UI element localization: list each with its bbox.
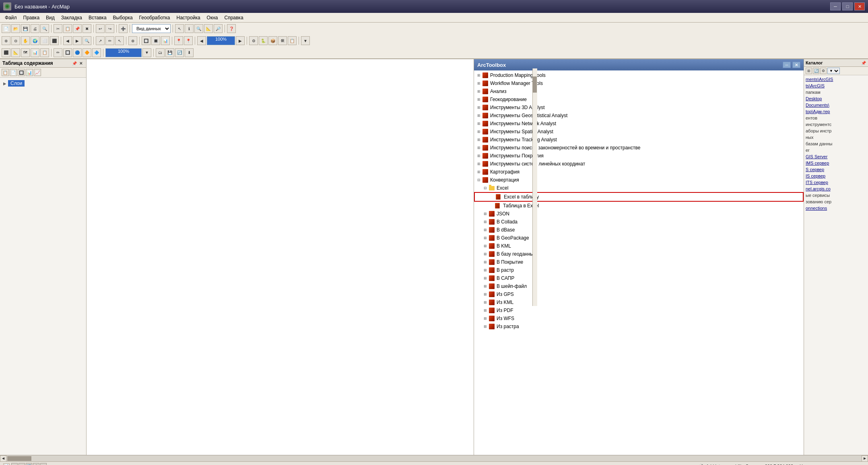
tree-item-analysis[interactable]: ⊞ Анализ — [474, 87, 804, 95]
tree-item-geostat[interactable]: ⊞ Инструменты Geostatistical Analyst — [474, 112, 804, 120]
menu-file[interactable]: Файл — [2, 14, 20, 21]
catalog-item-16[interactable]: ITS сервер — [804, 179, 868, 186]
tree-item-gps[interactable]: ⊞ Из GPS — [474, 290, 804, 298]
zoom-percentage-down[interactable]: ◀ — [197, 36, 206, 45]
paste-button[interactable]: 📌 — [73, 24, 82, 33]
arcmap-help[interactable]: ❓ — [227, 24, 236, 33]
tree-item-linear[interactable]: ⊞ Инструменты систем линейных координат — [474, 160, 804, 168]
catalog-item-20[interactable]: onnections — [804, 205, 868, 211]
extra-btn4[interactable]: ⬇ — [185, 48, 194, 57]
copy-button[interactable]: 📋 — [63, 24, 72, 33]
tree-item-coverage-to[interactable]: ⊞ В Покрытие — [474, 258, 804, 266]
close-button[interactable]: ✕ — [854, 2, 865, 10]
find-button[interactable]: 🔍 — [194, 24, 203, 33]
tree-item-3d[interactable]: ⊞ Инструменты 3D Analyst — [474, 103, 804, 112]
layer-btn1[interactable]: ⬛ — [2, 48, 10, 57]
draw-btn1[interactable]: ✏ — [54, 48, 62, 57]
undo-button[interactable]: ↩ — [96, 24, 105, 33]
menu-windows[interactable]: Окна — [204, 14, 221, 21]
layer-btn3[interactable]: 🗺 — [21, 48, 30, 57]
catalog-item-14[interactable]: S сервер — [804, 166, 868, 173]
xy-tool[interactable]: ⊕ — [128, 36, 137, 45]
catalog-item-12[interactable]: GIS Server — [804, 153, 868, 160]
open-button[interactable]: 📂 — [11, 24, 20, 33]
pan-button[interactable]: ✋ — [21, 36, 30, 45]
arc-toolbox-btn[interactable]: 🛠 — [278, 36, 287, 45]
edit-button[interactable]: ✏ — [105, 36, 114, 45]
geoprocessing-tool[interactable]: ⚙ — [249, 36, 258, 45]
model-builder[interactable]: 📦 — [268, 36, 277, 45]
tree-item-excel-to-table[interactable]: Excel в таблицу — [474, 192, 804, 202]
tree-item-workflow[interactable]: ⊞ Workflow Manager Tools — [474, 79, 804, 87]
tree-item-from-wfs[interactable]: ⊞ Из WFS — [474, 314, 804, 322]
results-btn[interactable]: 📋 — [288, 36, 297, 45]
catalog-item-4[interactable]: Documents\ — [804, 102, 868, 108]
catalog-item-1[interactable]: ts\ArcGIS — [804, 83, 868, 89]
toc-view-btn4[interactable]: 📊 — [26, 69, 33, 76]
nav-prev-btn[interactable]: ◀ — [19, 463, 25, 465]
zoom-in-button[interactable]: ⊕ — [2, 36, 10, 45]
tree-item-kml[interactable]: ⊞ В KML — [474, 242, 804, 250]
catalog-item-0[interactable]: ments\ArcGIS — [804, 76, 868, 83]
print-button[interactable]: 🖨 — [31, 24, 39, 33]
menu-customize[interactable]: Настройка — [173, 14, 204, 21]
tree-item-network[interactable]: ⊞ Инструменты Network Analyst — [474, 120, 804, 128]
python-tool[interactable]: 🐍 — [259, 36, 268, 45]
zoom-rect2-button[interactable]: ⬛ — [50, 36, 59, 45]
tree-item-cartography[interactable]: ⊞ Картография — [474, 168, 804, 176]
nav-pause-btn[interactable]: ⏸ — [33, 463, 39, 465]
tree-item-spatial[interactable]: ⊞ Инструменты Spatial Analyst — [474, 128, 804, 136]
menu-view[interactable]: Вид — [43, 14, 58, 21]
zoom-rect-button[interactable]: ⬜ — [40, 36, 49, 45]
minimize-button[interactable]: ─ — [830, 2, 841, 10]
delete-button[interactable]: ✖ — [82, 24, 91, 33]
arctoolbox-scrollbar[interactable] — [532, 68, 537, 306]
catalog-item-13[interactable]: IMS сервер — [804, 160, 868, 166]
tree-item-conversion[interactable]: ⊟ Конвертация — [474, 176, 804, 184]
scale-down-btn[interactable]: ▼ — [142, 48, 151, 57]
down-arrow-btn[interactable]: ▼ — [301, 36, 310, 45]
toc-view-btn1[interactable]: 📋 — [2, 69, 9, 76]
tree-item-cad[interactable]: ⊞ В САПР — [474, 274, 804, 282]
measure-button[interactable]: 📐 — [204, 24, 213, 33]
tree-item-from-raster[interactable]: ⊞ Из растра — [474, 322, 804, 331]
map-area[interactable] — [87, 59, 474, 455]
menu-insert[interactable]: Вставка — [85, 14, 110, 21]
tree-item-patterns[interactable]: ⊞ Инструменты поиска закономерностей во … — [474, 144, 804, 152]
menu-edit[interactable]: Правка — [20, 14, 43, 21]
redo-button[interactable]: ↪ — [105, 24, 114, 33]
tree-item-collada[interactable]: ⊞ В Collada — [474, 218, 804, 226]
add-connection-button[interactable]: 🔌 Add Interoperability Conne — [699, 463, 759, 465]
layer-btn4[interactable]: 📊 — [31, 48, 39, 57]
menu-help[interactable]: Справка — [221, 14, 246, 21]
cut-button[interactable]: ✂ — [54, 24, 62, 33]
nav-first-btn[interactable]: |◀ — [11, 463, 18, 465]
tool3[interactable]: 📊 — [161, 36, 170, 45]
tree-item-from-kml[interactable]: ⊞ Из KML — [474, 298, 804, 306]
horizontal-scrollbar[interactable]: ◀ ▶ — [0, 455, 868, 461]
toc-pin-button[interactable]: 📌 — [72, 60, 77, 66]
tree-item-table-to-excel[interactable]: Таблица в Excel — [474, 202, 804, 210]
maximize-button[interactable]: □ — [842, 2, 853, 10]
tree-item-geocoding[interactable]: ⊞ Геокодирование — [474, 95, 804, 103]
tree-item-geodatabase[interactable]: ⊞ В базу геоданных — [474, 250, 804, 258]
new-button[interactable]: 📄 — [2, 24, 10, 33]
zoom-percentage-up[interactable]: ▶ — [236, 36, 245, 45]
toc-view-btn5[interactable]: 📈 — [34, 69, 41, 76]
draw-btn5[interactable]: 🔷 — [92, 48, 101, 57]
select-element[interactable]: ↖ — [115, 36, 124, 45]
catalog-dropdown[interactable]: ▼ — [827, 68, 840, 74]
toc-view-btn2[interactable]: 📄 — [10, 69, 17, 76]
tree-item-excel-folder[interactable]: ⊟ Excel — [474, 184, 804, 192]
scroll-left-btn[interactable]: ◀ — [0, 455, 6, 462]
extra-btn1[interactable]: 🗂 — [156, 48, 165, 57]
scale-input[interactable]: 100% — [105, 48, 142, 57]
fixed-zoom-in[interactable]: 🔍 — [82, 36, 91, 45]
extra-btn3[interactable]: 🔃 — [175, 48, 184, 57]
info-button[interactable]: ℹ — [185, 24, 194, 33]
tree-item-shapefile[interactable]: ⊞ В шейп-файл — [474, 282, 804, 290]
nav-refresh-btn[interactable]: 🔄 — [26, 463, 32, 465]
scroll-thumb-h[interactable] — [7, 456, 31, 461]
layer-label[interactable]: Слои — [8, 80, 25, 87]
catalog-item-3[interactable]: Desktop — [804, 95, 868, 102]
